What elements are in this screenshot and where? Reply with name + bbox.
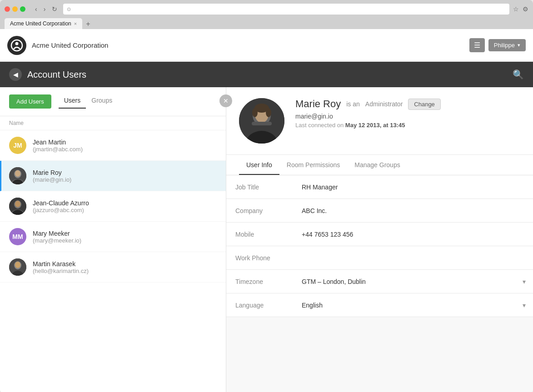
- user-email: (jazzuro@abc.com): [33, 207, 89, 213]
- user-label: Philippe: [494, 42, 515, 49]
- tab-users[interactable]: Users: [59, 95, 86, 109]
- user-name: Martin Karasek: [33, 260, 89, 268]
- mobile-field: Mobile +44 7653 123 456: [226, 223, 533, 246]
- list-item[interactable]: Jean-Claude Azurro (jazzuro@abc.com): [0, 191, 226, 222]
- user-info: Mary Meeker (mary@meeker.io): [33, 230, 81, 244]
- back-button[interactable]: ◀: [9, 68, 22, 81]
- job-title-value: RH Manager: [294, 177, 533, 197]
- menu-button[interactable]: ☰: [469, 38, 485, 52]
- timezone-field[interactable]: Timezone GTM – London, Dublin ▾: [226, 270, 533, 293]
- active-tab[interactable]: Acme United Corporation ×: [5, 18, 82, 29]
- refresh-button[interactable]: ↻: [50, 5, 60, 14]
- new-tab-button[interactable]: +: [83, 19, 93, 29]
- list-item[interactable]: MM Mary Meeker (mary@meeker.io): [0, 222, 226, 252]
- work-phone-input[interactable]: [294, 248, 533, 268]
- timezone-value: GTM – London, Dublin: [302, 278, 366, 285]
- timezone-select[interactable]: GTM – London, Dublin ▾: [294, 272, 533, 292]
- avatar: [9, 167, 26, 184]
- user-name: Jean-Claude Azurro: [33, 199, 89, 207]
- minimize-window-dot[interactable]: [12, 6, 18, 12]
- company-label: Company: [226, 201, 294, 221]
- change-role-button[interactable]: Change: [408, 99, 441, 110]
- name-column-header: Name: [9, 120, 24, 126]
- list-item[interactable]: JM Jean Martin (jmartin@abc.com): [0, 130, 226, 161]
- tab-user-info[interactable]: User Info: [239, 155, 279, 175]
- user-list-header: Name: [0, 116, 226, 130]
- browser-navigation: ‹ › ↻: [33, 5, 60, 14]
- tab-bar: Acme United Corporation × +: [5, 18, 528, 29]
- address-input[interactable]: [73, 6, 506, 12]
- svg-point-0: [11, 40, 22, 51]
- back-button[interactable]: ‹: [33, 5, 40, 14]
- profile-role: Administrator: [365, 100, 403, 108]
- company-field: Company ABC Inc.: [226, 199, 533, 223]
- address-icon: ⊙: [67, 6, 71, 12]
- user-menu-button[interactable]: Philippe ▾: [488, 39, 526, 51]
- list-item[interactable]: Martin Karasek (hello@karimartin.cz): [0, 252, 226, 283]
- profile-info: Marie Roy is an Administrator Change mar…: [295, 98, 520, 129]
- profile-name-row: Marie Roy is an Administrator Change: [295, 98, 520, 110]
- svg-point-5: [15, 170, 20, 177]
- menu-icon: ☰: [474, 41, 480, 49]
- brand: Acme United Corporation: [7, 36, 108, 55]
- user-list: JM Jean Martin (jmartin@abc.com): [0, 130, 226, 392]
- right-panel: Marie Roy is an Administrator Change mar…: [226, 87, 533, 392]
- section-header-left: ◀ Account Users: [9, 68, 86, 81]
- language-label: Language: [226, 295, 294, 315]
- main-content: Add Users Users Groups ✕ Name: [0, 87, 533, 392]
- section-header: ◀ Account Users 🔍: [0, 62, 533, 87]
- profile-name: Marie Roy: [295, 98, 341, 110]
- svg-rect-19: [252, 122, 272, 125]
- mobile-value: +44 7653 123 456: [294, 224, 533, 244]
- user-profile-header: Marie Roy is an Administrator Change mar…: [226, 87, 533, 155]
- timezone-label: Timezone: [226, 272, 294, 292]
- svg-point-1: [15, 42, 19, 45]
- app-wrapper: Acme United Corporation ☰ Philippe ▾ ◀ A…: [0, 29, 533, 392]
- maximize-window-dot[interactable]: [20, 6, 25, 12]
- mobile-label: Mobile: [226, 224, 294, 244]
- job-title-label: Job Title: [226, 177, 294, 197]
- tab-manage-groups[interactable]: Manage Groups: [347, 155, 407, 175]
- user-info-section: Job Title RH Manager Company ABC Inc. Mo…: [226, 175, 533, 317]
- window-controls: [5, 6, 25, 12]
- list-item[interactable]: Marie Roy (marie@gin.io): [0, 161, 226, 191]
- profile-role-prefix: is an: [346, 100, 360, 108]
- user-name: Jean Martin: [33, 139, 83, 146]
- user-email: (hello@karimartin.cz): [33, 268, 89, 274]
- close-panel-button[interactable]: ✕: [219, 94, 232, 107]
- address-bar: ⊙: [63, 4, 509, 15]
- language-field[interactable]: Language English ▾: [226, 293, 533, 317]
- user-info: Jean-Claude Azurro (jazzuro@abc.com): [33, 199, 89, 213]
- user-name: Marie Roy: [33, 169, 71, 176]
- top-nav: Acme United Corporation ☰ Philippe ▾: [0, 29, 533, 62]
- close-window-dot[interactable]: [5, 6, 10, 12]
- bookmark-icon[interactable]: ☆: [513, 5, 519, 13]
- profile-email: marie@gin.io: [295, 113, 520, 120]
- profile-avatar: [239, 98, 284, 144]
- user-name: Mary Meeker: [33, 230, 81, 237]
- svg-point-14: [15, 262, 20, 268]
- forward-button[interactable]: ›: [41, 5, 48, 14]
- tab-groups[interactable]: Groups: [86, 95, 118, 109]
- chevron-down-icon: ▾: [523, 302, 526, 309]
- add-users-button[interactable]: Add Users: [9, 94, 51, 109]
- profile-tabs: User Info Room Permissions Manage Groups: [226, 155, 533, 175]
- svg-point-10: [15, 201, 20, 207]
- svg-point-22: [252, 108, 258, 117]
- work-phone-field: Work Phone: [226, 246, 533, 270]
- tab-room-permissions[interactable]: Room Permissions: [279, 155, 347, 175]
- company-value: ABC Inc.: [294, 201, 533, 221]
- settings-icon[interactable]: ⚙: [523, 5, 528, 13]
- svg-point-23: [266, 108, 271, 117]
- user-email: (marie@gin.io): [33, 176, 71, 183]
- back-icon: ◀: [13, 71, 18, 78]
- top-nav-right: ☰ Philippe ▾: [469, 38, 526, 52]
- users-groups-tabs: Users Groups: [59, 95, 118, 109]
- language-select[interactable]: English ▾: [294, 295, 533, 315]
- avatar: JM: [9, 137, 26, 154]
- tab-close-icon[interactable]: ×: [74, 21, 77, 26]
- tab-label: Acme United Corporation: [10, 20, 71, 27]
- search-icon[interactable]: 🔍: [513, 69, 524, 80]
- browser-chrome: ‹ › ↻ ⊙ ☆ ⚙ Acme United Corporation × +: [0, 0, 533, 29]
- avatar: MM: [9, 228, 26, 245]
